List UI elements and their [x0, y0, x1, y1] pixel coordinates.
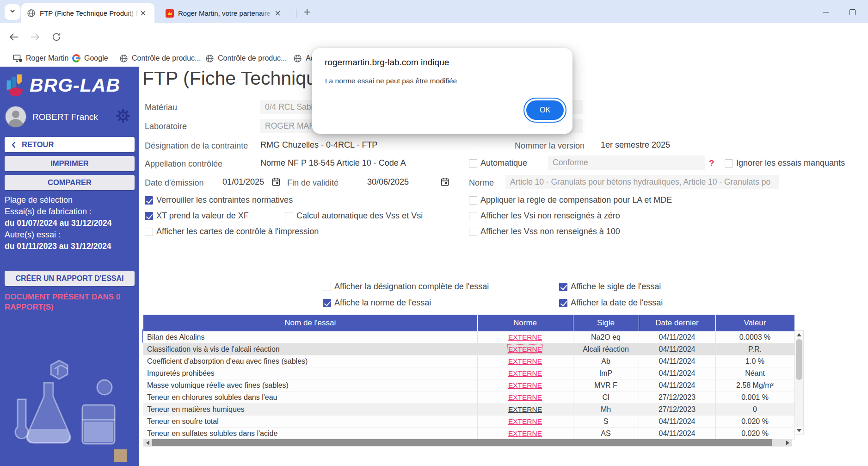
norme-label: Norme: [469, 178, 494, 188]
table-horizontal-scrollbar[interactable]: [143, 439, 792, 447]
externe-link[interactable]: EXTERNE: [508, 393, 542, 401]
tab-search-button[interactable]: [5, 4, 20, 20]
date-essai-label: Afficher la date de l'essai: [571, 298, 663, 308]
date-emission-input[interactable]: 01/01/2025: [222, 175, 282, 189]
norme-essai-checkbox[interactable]: [323, 299, 331, 307]
tab-strip: FTP (Fiche Technique Produit) N Roger Ma…: [0, 0, 868, 23]
vsi-checkbox[interactable]: [469, 212, 477, 220]
ignorer-checkbox[interactable]: [725, 159, 733, 168]
autre-essai-label: Autre(s) essai :: [5, 230, 61, 240]
reload-button[interactable]: [50, 31, 63, 43]
globe-icon: [293, 54, 302, 63]
designation-input[interactable]: RMG Chuzelles - 0-4RCL - FTP: [260, 138, 477, 152]
calendar-icon[interactable]: [440, 177, 449, 189]
externe-link[interactable]: EXTERNE: [508, 429, 542, 437]
horizontal-scroll-thumb[interactable]: [152, 439, 772, 446]
table-row[interactable]: Teneur en matières humiques EXTERNE Mh27…: [143, 404, 794, 416]
calcul-checkbox[interactable]: [285, 212, 293, 220]
externe-link[interactable]: EXTERNE: [508, 405, 542, 413]
table-row-selected[interactable]: Classification vis à vis de l'alcali réa…: [143, 343, 794, 355]
dialog-title: rogermartin.brg-lab.com indique: [325, 57, 449, 68]
comparer-button[interactable]: COMPARER: [5, 175, 135, 190]
vss-label: Afficher les Vss non renseignés à 100: [480, 227, 620, 236]
table-row[interactable]: Coefficient d'absorption d'eau avec fine…: [143, 355, 794, 367]
table-row[interactable]: Teneur en chlorures solubles dans l'eau …: [143, 391, 794, 404]
designation-complete-checkbox[interactable]: [323, 283, 331, 291]
retour-button[interactable]: RETOUR: [5, 137, 135, 152]
maximize-button[interactable]: [847, 7, 857, 17]
externe-link[interactable]: EXTERNE: [508, 333, 542, 341]
col-norme[interactable]: Norme: [477, 315, 573, 331]
compensation-checkbox[interactable]: [469, 196, 477, 205]
brg-lab-logo: BRG-LAB: [6, 73, 120, 97]
version-label: Nommer la version: [515, 141, 585, 151]
bookmark-roger-martin[interactable]: Roger Martin: [13, 52, 68, 64]
forward-button[interactable]: [29, 31, 42, 43]
fin-validite-input[interactable]: 30/06/2025: [367, 175, 450, 189]
scroll-right-arrow[interactable]: [783, 439, 792, 447]
ok-button[interactable]: OK: [525, 99, 565, 121]
materiau-label: Matériau: [145, 103, 177, 112]
fin-validite-label: Fin de validité: [287, 178, 339, 188]
dialog-message: La norme essai ne peut pas être modifiée: [325, 77, 457, 85]
table-vertical-scrollbar[interactable]: [794, 330, 804, 435]
globe-icon: [205, 54, 214, 63]
tab-close-icon[interactable]: [139, 9, 147, 18]
externe-link[interactable]: EXTERNE: [508, 381, 542, 389]
cartes-label: Afficher les cartes de contrôle à l'impr…: [156, 227, 319, 236]
externe-link[interactable]: EXTERNE: [508, 345, 542, 353]
tab-ftp[interactable]: FTP (Fiche Technique Produit) N: [21, 3, 154, 23]
globe-icon: [119, 54, 128, 63]
tab-roger-martin[interactable]: Roger Martin, votre partenaire t: [159, 3, 293, 23]
tab-title: Roger Martin, votre partenaire t: [178, 9, 273, 17]
google-icon: [72, 54, 80, 62]
essais-table: Nom de l'essai Norme Sigle Date dernier …: [143, 315, 795, 440]
appellation-input[interactable]: Norme NF P 18-545 Article 10 - Code A: [260, 156, 465, 170]
imprimer-button[interactable]: IMPRIMER: [5, 156, 135, 171]
table-row[interactable]: Teneur en soufre total EXTERNE S04/11/20…: [143, 416, 794, 428]
verrouiller-label: Verrouiller les contraintes normatives: [156, 195, 293, 205]
compensation-label: Appliquer la règle de compensation pour …: [480, 195, 672, 205]
browser-toolbar: rogermartin.brg-lab.com/BRG-LAB/PAGE_Pla…: [0, 23, 868, 50]
sigle-checkbox[interactable]: [559, 283, 567, 291]
new-tab-button[interactable]: [302, 6, 313, 18]
automatique-checkbox[interactable]: [469, 159, 477, 168]
table-row[interactable]: Bilan des Alcalins EXTERNE Na2O eq04/11/…: [143, 331, 794, 343]
table-row[interactable]: Teneur en sulfates solubles dans l'acide…: [143, 428, 794, 440]
avatar: [5, 106, 27, 130]
version-input[interactable]: 1er semestre 2025: [601, 138, 748, 152]
xt-checkbox[interactable]: [145, 212, 153, 220]
date-essai-checkbox[interactable]: [559, 299, 567, 307]
cartes-checkbox[interactable]: [145, 228, 153, 236]
date-emission-label: Date d'émission: [145, 178, 204, 188]
bookmark-controle-2[interactable]: Contrôle de produc...: [205, 52, 287, 64]
col-date[interactable]: Date dernier: [639, 315, 715, 331]
settings-gear-icon[interactable]: [116, 108, 130, 125]
externe-link[interactable]: EXTERNE: [508, 369, 542, 377]
table-row[interactable]: Impuretés prohibées EXTERNE ImP04/11/202…: [143, 367, 794, 379]
bookmark-controle-1[interactable]: Contrôle de produc...: [119, 52, 201, 64]
creer-rapport-button[interactable]: CRÉER UN RAPPORT D'ESSAI: [5, 271, 135, 286]
scroll-up-arrow[interactable]: [795, 331, 803, 338]
externe-link[interactable]: EXTERNE: [508, 357, 542, 365]
scroll-left-arrow[interactable]: [143, 439, 152, 447]
table-row[interactable]: Masse volumique réelle avec fines (sable…: [143, 379, 794, 391]
help-question-mark[interactable]: ?: [709, 158, 714, 168]
externe-link[interactable]: EXTERNE: [508, 417, 542, 425]
verrouiller-checkbox[interactable]: [145, 196, 153, 205]
scroll-down-arrow[interactable]: [795, 427, 803, 434]
col-nom[interactable]: Nom de l'essai: [143, 315, 477, 331]
alert-dialog: rogermartin.brg-lab.com indique La norme…: [312, 48, 573, 134]
vertical-scroll-thumb[interactable]: [796, 339, 802, 380]
bookmark-google[interactable]: Google: [72, 52, 108, 64]
designation-label: Désignation de la contrainte: [145, 141, 248, 151]
brg-lab-logo-icon: [6, 73, 26, 97]
tab-close-icon[interactable]: [273, 9, 282, 18]
calendar-icon[interactable]: [271, 177, 281, 189]
calcul-label: Calcul automatique des Vss et Vsi: [296, 211, 423, 221]
back-button[interactable]: [7, 31, 20, 43]
col-valeur[interactable]: Valeur: [715, 315, 794, 331]
minimize-button[interactable]: [821, 7, 831, 17]
vss-checkbox[interactable]: [469, 228, 477, 236]
col-sigle[interactable]: Sigle: [573, 315, 639, 331]
